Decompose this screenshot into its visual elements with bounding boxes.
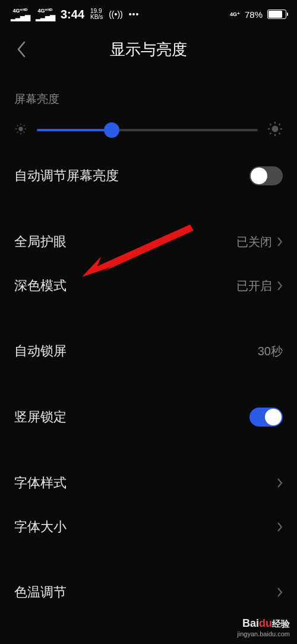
brightness-slider-row [0,115,297,153]
svg-point-9 [272,126,279,132]
font-style-label: 字体样式 [14,474,67,492]
orientation-lock-label: 竖屏锁定 [14,408,67,426]
chevron-right-icon [277,478,283,488]
brightness-section-label: 屏幕亮度 [0,70,297,115]
brightness-slider[interactable] [37,129,258,131]
eye-care-label: 全局护眼 [14,233,67,251]
font-size-label: 字体大小 [14,518,67,536]
svg-line-5 [17,125,18,127]
chevron-right-icon [277,280,283,291]
chevron-right-icon [277,522,283,532]
auto-lock-value: 30秒 [258,343,283,359]
auto-brightness-toggle[interactable] [249,166,283,185]
orientation-lock-toggle[interactable] [249,408,283,427]
more-icon: ••• [129,10,140,19]
status-bar: 4G⁺ᴴᴰ ▂▃▅▆ 4G⁺ᴴᴰ ▂▃▅▆ 3:44 19.9 KB/s ((•… [0,0,297,29]
hotspot-icon: ((•)) [109,10,123,19]
eye-care-value: 已关闭 [236,234,272,250]
sun-bright-icon [267,121,283,139]
color-temp-row[interactable]: 色温调节 [0,570,297,614]
orientation-lock-row[interactable]: 竖屏锁定 [0,394,297,440]
svg-line-15 [279,133,280,134]
signal-indicator-1: 4G⁺ᴴᴰ ▂▃▅▆ [11,8,30,21]
back-button[interactable] [11,39,32,60]
dark-mode-row[interactable]: 深色模式 已开启 [0,264,297,308]
signal-indicator-right: 4G⁺ [230,12,240,17]
svg-line-8 [24,125,25,127]
battery-icon [267,10,286,19]
page-header: 显示与亮度 [0,29,297,70]
auto-lock-label: 自动锁屏 [14,342,67,360]
dark-mode-label: 深色模式 [14,277,67,295]
status-right: 4G⁺ 78% [230,10,286,20]
svg-line-7 [17,132,18,133]
signal-indicator-2: 4G⁺ᴴᴰ ▂▃▅▆ [36,8,55,21]
sun-dim-icon [14,122,27,138]
status-left: 4G⁺ᴴᴰ ▂▃▅▆ 4G⁺ᴴᴰ ▂▃▅▆ 3:44 19.9 KB/s ((•… [11,8,139,21]
auto-lock-row[interactable]: 自动锁屏 30秒 [0,329,297,373]
svg-line-6 [24,132,25,133]
clock: 3:44 [61,8,84,21]
color-temp-label: 色温调节 [14,583,67,601]
auto-brightness-row[interactable]: 自动调节屏幕亮度 [0,153,297,198]
slider-thumb[interactable] [104,122,119,138]
svg-line-16 [270,133,271,134]
eye-care-row[interactable]: 全局护眼 已关闭 [0,220,297,264]
svg-line-17 [279,124,280,125]
font-style-row[interactable]: 字体样式 [0,461,297,505]
auto-brightness-label: 自动调节屏幕亮度 [14,167,119,185]
chevron-right-icon [277,587,283,598]
net-speed: 19.9 KB/s [90,8,103,20]
chevron-left-icon [16,40,27,58]
chevron-right-icon [277,236,283,247]
font-size-row[interactable]: 字体大小 [0,505,297,549]
battery-percent: 78% [245,10,263,20]
svg-line-14 [270,124,271,125]
dark-mode-value: 已开启 [236,278,272,294]
watermark: Baidu经验 jingyan.baidu.com [237,617,290,638]
page-title: 显示与亮度 [0,39,297,60]
svg-point-0 [18,127,23,131]
